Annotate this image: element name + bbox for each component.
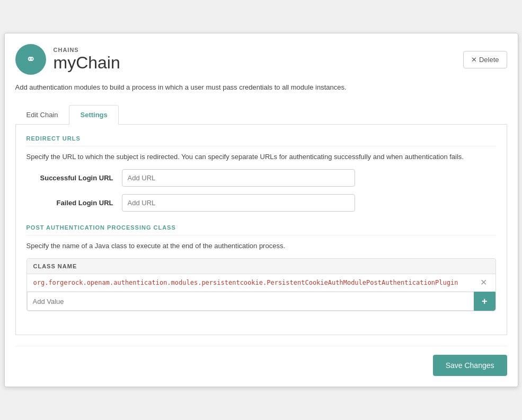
successful-login-row: Successful Login URL bbox=[26, 169, 496, 187]
post-auth-title: POST AUTHENTICATION PROCESSING CLASS bbox=[26, 224, 496, 235]
title-group: CHAINS myChain bbox=[54, 47, 120, 73]
logo-circle: ⚭ bbox=[15, 44, 46, 75]
post-auth-desc: Specify the name of a Java class to exec… bbox=[26, 242, 496, 250]
failed-login-row: Failed Login URL bbox=[26, 194, 496, 212]
class-name-table: CLASS NAME org.forgerock.openam.authenti… bbox=[26, 258, 496, 311]
add-value-input[interactable] bbox=[27, 292, 474, 311]
post-auth-section: POST AUTHENTICATION PROCESSING CLASS Spe… bbox=[26, 224, 496, 311]
chains-label: CHAINS bbox=[54, 47, 120, 53]
delete-button[interactable]: ✕ Delete bbox=[463, 51, 507, 68]
page-header: ⚭ CHAINS myChain ✕ Delete bbox=[15, 44, 507, 75]
page-subtitle: Add authentication modules to build a pr… bbox=[15, 83, 507, 97]
class-name-header: CLASS NAME bbox=[27, 259, 496, 274]
add-value-button[interactable]: + bbox=[474, 292, 496, 311]
failed-login-input[interactable] bbox=[122, 194, 355, 212]
successful-login-input[interactable] bbox=[122, 169, 355, 187]
tab-edit-chain[interactable]: Edit Chain bbox=[15, 105, 69, 124]
tabs-container: Edit Chain Settings bbox=[15, 105, 507, 125]
header-left: ⚭ CHAINS myChain bbox=[15, 44, 120, 75]
remove-class-button[interactable]: ✕ bbox=[478, 278, 489, 287]
class-name-value: org.forgerock.openam.authentication.modu… bbox=[33, 279, 478, 286]
redirect-urls-title: REDIRECT URLS bbox=[26, 135, 496, 146]
save-changes-button[interactable]: Save Changes bbox=[433, 355, 507, 376]
redirect-urls-section: REDIRECT URLS Specify the URL to which t… bbox=[26, 135, 496, 212]
failed-login-label: Failed Login URL bbox=[26, 199, 122, 207]
tab-settings[interactable]: Settings bbox=[69, 105, 118, 125]
chain-name: myChain bbox=[54, 53, 120, 73]
table-row: org.forgerock.openam.authentication.modu… bbox=[27, 274, 496, 292]
add-value-row: + bbox=[27, 292, 496, 311]
page-footer: Save Changes bbox=[15, 346, 507, 376]
content-area: REDIRECT URLS Specify the URL to which t… bbox=[15, 125, 507, 335]
chains-icon: ⚭ bbox=[26, 52, 36, 66]
main-window: ⚭ CHAINS myChain ✕ Delete Add authentica… bbox=[4, 33, 518, 387]
successful-login-label: Successful Login URL bbox=[26, 174, 122, 182]
redirect-urls-desc: Specify the URL to which the subject is … bbox=[26, 153, 496, 161]
